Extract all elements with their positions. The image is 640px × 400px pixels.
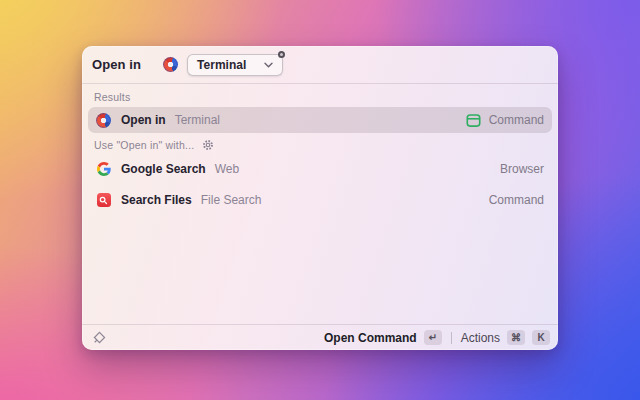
- row-accessory: Browser: [500, 162, 544, 176]
- k-key-badge: K: [532, 330, 550, 345]
- result-row-google-search[interactable]: Google Search Web Browser: [88, 156, 552, 182]
- cmd-key-badge: ⌘: [507, 330, 525, 345]
- row-title: Open in: [121, 113, 166, 127]
- row-subtitle: Terminal: [175, 113, 220, 127]
- open-in-extension-icon: [96, 113, 111, 128]
- row-title: Google Search: [121, 162, 206, 176]
- result-row-search-files[interactable]: Search Files File Search Command: [88, 187, 552, 213]
- section-use-with-label: Use "Open in" with...: [94, 139, 214, 151]
- chevron-down-icon: [264, 62, 273, 68]
- gear-icon[interactable]: [202, 139, 214, 151]
- primary-action-button[interactable]: Open Command: [324, 331, 417, 345]
- command-query-text[interactable]: Open in: [92, 57, 141, 72]
- footer-separator: [451, 332, 452, 344]
- actions-button[interactable]: Actions: [461, 331, 500, 345]
- row-subtitle: File Search: [201, 193, 262, 207]
- raycast-logo-icon: [92, 330, 107, 345]
- row-subtitle: Web: [215, 162, 239, 176]
- launcher-window: Open in Terminal Results Open in Termina…: [82, 46, 558, 350]
- command-window-icon: [466, 113, 481, 128]
- section-results-label: Results: [94, 91, 130, 103]
- desktop-background: Open in Terminal Results Open in Termina…: [0, 0, 640, 400]
- dropdown-selected-value: Terminal: [197, 58, 246, 72]
- row-accessory: Command: [489, 113, 544, 127]
- row-accessory: Command: [489, 193, 544, 207]
- dropdown-notification-badge: [278, 51, 285, 58]
- google-g-logo-icon: [96, 162, 111, 177]
- open-in-extension-icon: [163, 57, 178, 72]
- search-header[interactable]: Open in Terminal: [82, 46, 558, 84]
- terminal-dropdown[interactable]: Terminal: [187, 54, 283, 76]
- return-key-badge: ↵: [424, 330, 442, 345]
- row-title: Search Files: [121, 193, 192, 207]
- action-bar: Open Command ↵ Actions ⌘ K: [82, 324, 558, 350]
- magnifier-icon: [99, 196, 108, 205]
- search-files-icon: [96, 193, 111, 208]
- result-row-open-in[interactable]: Open in Terminal Command: [88, 107, 552, 133]
